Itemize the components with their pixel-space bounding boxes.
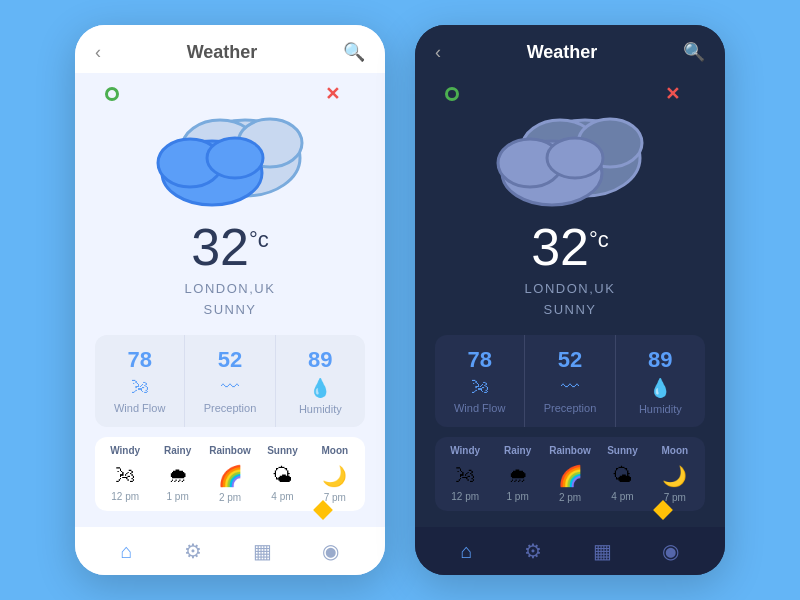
dark-stat-humidity: 89 💧 Humidity	[615, 335, 705, 427]
dark-nav-grid-icon[interactable]: ▦	[593, 539, 612, 563]
forecast-sunny: Sunny 🌤 4 pm	[256, 445, 308, 503]
temperature-display: 32°c	[191, 221, 269, 273]
stat-wind: 78 🌬 Wind Flow	[95, 335, 184, 427]
dark-search-icon[interactable]: 🔍	[683, 41, 705, 63]
app-title: Weather	[187, 42, 258, 63]
forecast-moon: Moon 🌙 7 pm	[309, 445, 361, 503]
forecast-row: Windy 🌬 12 pm Rainy 🌧 1 pm Rainbow 🌈 2 p…	[95, 437, 365, 511]
wind-icon: 🌬	[131, 377, 149, 398]
dark-bottom-nav: ⌂ ⚙ ▦ ◉	[415, 527, 725, 575]
stat-humidity: 89 💧 Humidity	[275, 335, 365, 427]
dark-nav-location-icon[interactable]: ◉	[662, 539, 679, 563]
location-display: LONDON,UK SUNNY	[185, 279, 276, 321]
light-phone-card: ‹ Weather 🔍 ✕ 32°c	[75, 25, 385, 575]
nav-settings-icon[interactable]: ⚙	[184, 539, 202, 563]
dark-cloud-illustration	[480, 93, 660, 213]
light-header: ‹ Weather 🔍	[75, 25, 385, 73]
forecast-windy: Windy 🌬 12 pm	[99, 445, 151, 503]
stat-precep: 52 〰 Preception	[184, 335, 274, 427]
dark-wind-icon: 🌬	[471, 377, 489, 398]
light-weather-area: ✕ 32°c LONDON,UK SUNNY	[75, 73, 385, 527]
dark-location-display: LONDON,UK SUNNY	[525, 279, 616, 321]
dark-forecast-rainy: Rainy 🌧 1 pm	[491, 445, 543, 503]
stats-row: 78 🌬 Wind Flow 52 〰 Preception 89 💧 Humi…	[95, 335, 365, 427]
svg-point-11	[547, 138, 603, 178]
dark-temp-value: 32°c	[531, 218, 609, 276]
red-cross: ✕	[325, 83, 340, 105]
dark-humidity-icon: 💧	[649, 377, 671, 399]
dark-phone-card: ‹ Weather 🔍 ✕ 32°c LONDON,UK SUNNY	[415, 25, 725, 575]
dark-nav-home-icon[interactable]: ⌂	[460, 540, 472, 563]
dark-forecast-rainbow: Rainbow 🌈 2 pm	[544, 445, 596, 503]
dark-forecast-sunny: Sunny 🌤 4 pm	[596, 445, 648, 503]
nav-home-icon[interactable]: ⌂	[120, 540, 132, 563]
dark-weather-area: ✕ 32°c LONDON,UK SUNNY 78 🌬	[415, 73, 725, 527]
dark-stats-row: 78 🌬 Wind Flow 52 〰 Preception 89 💧 Humi…	[435, 335, 705, 427]
dark-stat-wind: 78 🌬 Wind Flow	[435, 335, 524, 427]
dark-back-icon[interactable]: ‹	[435, 42, 441, 63]
dark-header: ‹ Weather 🔍	[415, 25, 725, 73]
forecast-rainy: Rainy 🌧 1 pm	[151, 445, 203, 503]
dark-red-cross: ✕	[665, 83, 680, 105]
forecast-rainbow: Rainbow 🌈 2 pm	[204, 445, 256, 503]
light-bottom-nav: ⌂ ⚙ ▦ ◉	[75, 527, 385, 575]
precep-icon: 〰	[221, 377, 239, 398]
cloud-illustration	[140, 93, 320, 213]
humidity-icon: 💧	[309, 377, 331, 399]
svg-point-5	[207, 138, 263, 178]
dark-nav-settings-icon[interactable]: ⚙	[524, 539, 542, 563]
nav-grid-icon[interactable]: ▦	[253, 539, 272, 563]
dark-temperature-display: 32°c	[531, 221, 609, 273]
green-dot	[105, 87, 119, 101]
nav-location-icon[interactable]: ◉	[322, 539, 339, 563]
dark-app-title: Weather	[527, 42, 598, 63]
dark-forecast-moon: Moon 🌙 7 pm	[649, 445, 701, 503]
dark-forecast-windy: Windy 🌬 12 pm	[439, 445, 491, 503]
temp-value: 32°c	[191, 218, 269, 276]
back-icon[interactable]: ‹	[95, 42, 101, 63]
dark-precep-icon: 〰	[561, 377, 579, 398]
dark-forecast-row: Windy 🌬 12 pm Rainy 🌧 1 pm Rainbow 🌈 2 p…	[435, 437, 705, 511]
search-icon[interactable]: 🔍	[343, 41, 365, 63]
dark-green-dot	[445, 87, 459, 101]
dark-stat-precep: 52 〰 Preception	[524, 335, 614, 427]
